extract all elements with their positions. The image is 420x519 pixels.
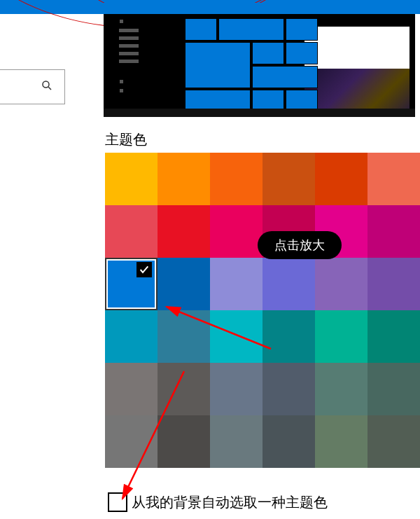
color-swatch[interactable] — [105, 205, 158, 258]
color-swatch[interactable] — [368, 415, 420, 468]
color-swatch[interactable] — [315, 415, 368, 468]
color-swatch[interactable] — [368, 153, 420, 205]
color-swatch[interactable] — [262, 310, 315, 363]
color-swatch[interactable] — [158, 363, 210, 415]
color-swatch[interactable] — [158, 415, 210, 468]
color-swatch[interactable] — [262, 153, 315, 205]
color-swatch[interactable] — [105, 310, 158, 363]
search-icon — [41, 79, 53, 95]
color-swatch[interactable] — [210, 310, 262, 363]
color-swatch[interactable] — [368, 310, 420, 363]
color-swatch[interactable] — [158, 153, 210, 205]
svg-point-0 — [43, 81, 49, 88]
theme-preview — [104, 3, 415, 117]
color-swatch[interactable] — [368, 258, 420, 310]
color-swatch[interactable] — [315, 310, 368, 363]
color-swatch[interactable] — [368, 363, 420, 415]
color-swatch[interactable] — [315, 205, 368, 258]
color-swatch[interactable] — [105, 363, 158, 415]
color-swatch[interactable] — [105, 415, 158, 468]
svg-line-1 — [48, 87, 51, 90]
check-icon — [136, 262, 152, 277]
auto-pick-color-label: 从我的背景自动选取一种主题色 — [132, 493, 328, 512]
color-swatch[interactable] — [158, 205, 210, 258]
color-swatch[interactable] — [210, 363, 262, 415]
color-swatch[interactable] — [315, 258, 368, 310]
color-swatch[interactable] — [315, 153, 368, 205]
section-title: 主题色 — [105, 130, 147, 149]
color-swatch[interactable] — [210, 415, 262, 468]
color-swatch[interactable] — [210, 205, 262, 258]
color-palette — [105, 153, 420, 468]
color-swatch[interactable] — [262, 363, 315, 415]
color-swatch[interactable] — [105, 258, 158, 310]
color-swatch[interactable] — [262, 205, 315, 258]
auto-pick-color-checkbox[interactable] — [108, 492, 127, 512]
color-swatch[interactable] — [105, 153, 158, 205]
color-swatch[interactable] — [262, 258, 315, 310]
color-swatch[interactable] — [368, 205, 420, 258]
search-input[interactable] — [0, 69, 65, 104]
color-swatch[interactable] — [262, 415, 315, 468]
color-swatch[interactable] — [210, 153, 262, 205]
color-swatch[interactable] — [210, 258, 262, 310]
color-swatch[interactable] — [315, 363, 368, 415]
color-swatch[interactable] — [158, 258, 210, 310]
color-swatch[interactable] — [158, 310, 210, 363]
